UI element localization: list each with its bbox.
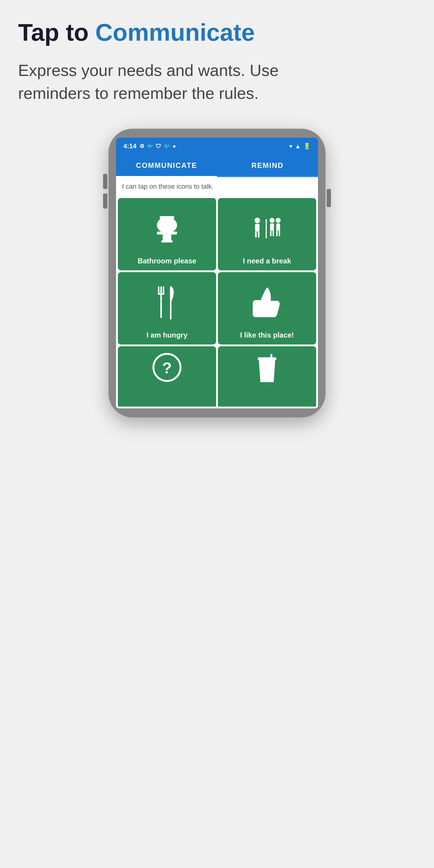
svg-point-2 [159, 219, 175, 231]
grid-cell-hungry[interactable]: I am hungry [118, 272, 216, 344]
notification-icon-2: 🐦 [164, 143, 170, 150]
svg-rect-22 [158, 293, 164, 295]
svg-rect-9 [258, 231, 260, 238]
shield-icon: 🛡 [156, 143, 161, 150]
hungry-icon [121, 278, 213, 327]
bathroom-label: Bathroom please [138, 257, 196, 266]
svg-rect-4 [163, 235, 172, 241]
power-button[interactable] [327, 189, 331, 207]
like-icon [221, 278, 313, 327]
page-title: Tap to Communicate [18, 18, 416, 47]
svg-rect-12 [270, 223, 274, 230]
status-bar-right: ▾ ▲ 🔋 [289, 143, 311, 150]
svg-rect-3 [157, 231, 177, 235]
gear-icon: ⚙ [140, 143, 144, 150]
break-icon [221, 204, 313, 253]
svg-rect-17 [276, 230, 278, 236]
phone-screen: 4:14 ⚙ 🐦 🛡 🐦 ● ▾ ▲ 🔋 [116, 138, 318, 408]
svg-rect-24 [170, 286, 172, 319]
break-label: I need a break [243, 257, 291, 266]
svg-rect-20 [158, 286, 159, 294]
svg-rect-21 [163, 286, 164, 294]
svg-point-15 [276, 218, 281, 223]
notification-icon-1: 🐦 [147, 143, 153, 150]
phone-frame: 4:14 ⚙ 🐦 🛡 🐦 ● ▾ ▲ 🔋 [108, 129, 326, 417]
grid-cell-like[interactable]: I like this place! [218, 272, 316, 344]
wifi-icon: ▾ [289, 143, 292, 150]
grid-cell-bathroom[interactable]: Bathroom please [118, 198, 216, 270]
side-buttons [327, 189, 331, 207]
page-header: Tap to Communicate Express your needs an… [15, 18, 419, 104]
tab-communicate[interactable]: COMMUNICATE [116, 155, 217, 176]
svg-text:?: ? [162, 359, 172, 377]
hint-text: I can tap on these icons to talk. [116, 177, 318, 196]
svg-point-11 [270, 218, 275, 223]
svg-rect-23 [160, 301, 162, 318]
status-bar: 4:14 ⚙ 🐦 🛡 🐦 ● ▾ ▲ 🔋 [116, 138, 318, 155]
app-tabs: COMMUNICATE REMIND [116, 155, 318, 177]
status-bar-left: 4:14 ⚙ 🐦 🛡 🐦 ● [123, 142, 176, 150]
volume-down-button[interactable] [103, 193, 107, 209]
status-icons: ⚙ 🐦 🛡 🐦 ● [140, 143, 176, 150]
svg-point-6 [254, 218, 260, 223]
svg-rect-27 [258, 358, 276, 360]
dot-icon: ● [173, 143, 176, 150]
signal-icon: ▲ [295, 143, 301, 150]
volume-up-button[interactable] [103, 174, 107, 189]
battery-icon: 🔋 [303, 143, 311, 150]
svg-rect-8 [255, 231, 257, 238]
page-subtitle: Express your needs and wants. Use remind… [18, 59, 289, 104]
grid-cell-question[interactable]: ? [118, 346, 216, 407]
title-highlight: Communicate [95, 19, 255, 46]
svg-rect-16 [276, 223, 280, 230]
svg-rect-13 [270, 230, 272, 236]
svg-rect-10 [266, 219, 267, 239]
svg-rect-7 [255, 224, 259, 231]
hungry-label: I am hungry [147, 331, 187, 340]
svg-rect-18 [279, 230, 280, 236]
bathroom-icon [121, 204, 213, 253]
left-buttons [103, 174, 107, 209]
svg-rect-28 [270, 354, 273, 371]
status-time: 4:14 [123, 142, 136, 150]
phone-container: 4:14 ⚙ 🐦 🛡 🐦 ● ▾ ▲ 🔋 [15, 129, 419, 417]
grid-cell-break[interactable]: I need a break [218, 198, 316, 270]
svg-rect-5 [161, 240, 173, 242]
like-label: I like this place! [240, 331, 294, 340]
communication-grid: Bathroom please [116, 196, 318, 346]
grid-cell-drink[interactable] [218, 346, 316, 407]
title-prefix: Tap to [18, 19, 95, 46]
partial-grid: ? [116, 346, 318, 408]
tab-remind[interactable]: REMIND [217, 155, 318, 176]
svg-rect-14 [273, 230, 274, 236]
